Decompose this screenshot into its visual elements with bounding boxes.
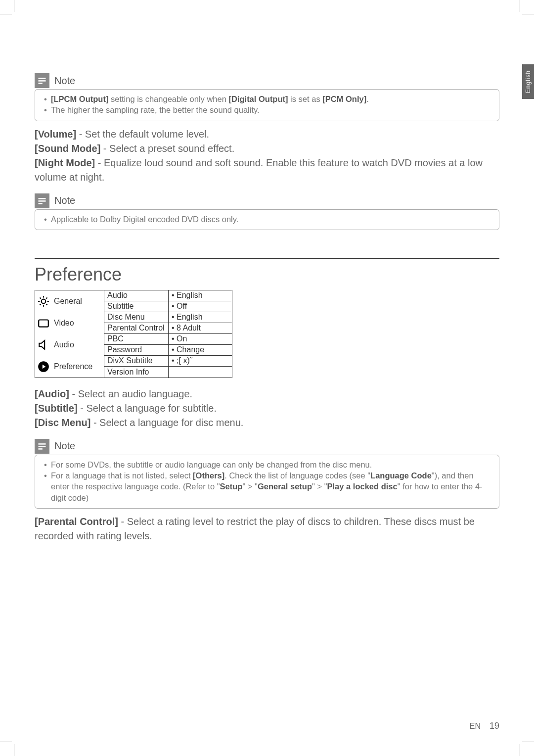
menu-row: DivX Subtitle ;[ x)˜ — [104, 356, 232, 367]
menu-key: Parental Control — [104, 323, 169, 333]
note-title: Note — [54, 440, 75, 452]
crop-mark — [14, 0, 14, 12]
menu-row: Subtitle Off — [104, 301, 232, 312]
svg-rect-10 — [39, 446, 46, 447]
crop-mark — [522, 742, 534, 742]
page-content: Note [LPCM Output] setting is changeable… — [35, 0, 499, 543]
svg-rect-5 — [39, 203, 43, 204]
page-footer: EN 19 — [470, 721, 499, 731]
note-item: Applicable to Dolby Digital encoded DVD … — [44, 214, 492, 225]
svg-rect-4 — [39, 200, 46, 202]
svg-rect-9 — [39, 443, 46, 445]
svg-rect-3 — [39, 198, 46, 199]
menu-key: Subtitle — [104, 301, 169, 312]
svg-rect-2 — [39, 83, 43, 84]
menu-row: Password Change — [104, 345, 232, 356]
menu-item-general: General — [35, 290, 104, 312]
footer-page-number: 19 — [490, 721, 499, 731]
note-item: For some DVDs, the subtitle or audio lan… — [44, 459, 492, 470]
crop-mark — [522, 14, 534, 14]
note-icon — [35, 439, 49, 454]
menu-item-label: Video — [54, 319, 74, 328]
section-title-preference: Preference — [35, 258, 499, 285]
menu-key: Audio — [104, 290, 169, 301]
menu-key: PBC — [104, 334, 169, 344]
note-item: For a language that is not listed, selec… — [44, 470, 492, 503]
gear-icon — [37, 295, 50, 308]
body-paragraph-parental: [Parental Control] - Select a rating lev… — [35, 515, 499, 543]
menu-key: DivX Subtitle — [104, 356, 169, 366]
note-block-2: Note Applicable to Dolby Digital encoded… — [35, 193, 499, 230]
note-title: Note — [54, 75, 75, 87]
menu-value: English — [169, 291, 232, 300]
menu-key: Password — [104, 345, 169, 355]
body-paragraph-audio: [Audio] - Select an audio language.[Subt… — [35, 387, 499, 430]
note-icon — [35, 73, 49, 88]
svg-rect-0 — [39, 78, 46, 79]
menu-value: 8 Adult — [169, 324, 232, 332]
menu-row: Audio English — [104, 290, 232, 301]
menu-left-column: General Video Audio Preference — [35, 290, 104, 378]
note-body: Applicable to Dolby Digital encoded DVD … — [35, 209, 499, 230]
note-header: Note — [35, 439, 499, 454]
crop-mark — [14, 744, 14, 756]
video-icon — [37, 317, 50, 330]
menu-item-label: Preference — [54, 362, 92, 371]
menu-right-column: Audio English Subtitle Off Disc Menu Eng… — [104, 290, 232, 378]
preference-menu: General Video Audio Preference — [35, 290, 232, 378]
note-block-1: Note [LPCM Output] setting is changeable… — [35, 73, 499, 121]
svg-rect-11 — [39, 448, 43, 450]
note-block-3: Note For some DVDs, the subtitle or audi… — [35, 439, 499, 509]
menu-item-label: Audio — [54, 340, 74, 349]
note-header: Note — [35, 73, 499, 88]
menu-value: On — [169, 334, 232, 343]
crop-mark — [0, 742, 12, 742]
menu-item-label: General — [54, 297, 82, 306]
menu-value: Off — [169, 302, 232, 311]
menu-row: Version Info — [104, 367, 232, 378]
menu-key: Version Info — [104, 367, 169, 378]
note-item: The higher the sampling rate, the better… — [44, 104, 492, 115]
svg-point-6 — [42, 299, 46, 303]
note-item: [LPCM Output] setting is changeable only… — [44, 94, 492, 104]
svg-rect-7 — [39, 320, 48, 327]
note-icon — [35, 193, 49, 208]
menu-row: PBC On — [104, 334, 232, 345]
menu-row: Disc Menu English — [104, 312, 232, 323]
language-side-tab: English — [522, 64, 534, 99]
language-side-tab-label: English — [525, 70, 532, 93]
menu-value: English — [169, 313, 232, 322]
svg-rect-1 — [39, 80, 46, 82]
menu-item-video: Video — [35, 312, 104, 334]
preference-icon — [37, 360, 50, 373]
body-paragraph-volume: [Volume] - Set the default volume level.… — [35, 127, 499, 185]
footer-lang: EN — [470, 722, 481, 731]
crop-mark — [520, 744, 520, 756]
crop-mark — [0, 14, 12, 14]
menu-value: ;[ x)˜ — [169, 356, 232, 365]
menu-key: Disc Menu — [104, 312, 169, 323]
menu-row: Parental Control 8 Adult — [104, 323, 232, 334]
note-header: Note — [35, 193, 499, 208]
crop-mark — [520, 0, 520, 12]
menu-item-preference: Preference — [35, 356, 104, 378]
note-body: [LPCM Output] setting is changeable only… — [35, 89, 499, 121]
menu-value: Change — [169, 345, 232, 354]
speaker-icon — [37, 338, 50, 351]
menu-item-audio: Audio — [35, 334, 104, 356]
note-body: For some DVDs, the subtitle or audio lan… — [35, 455, 499, 509]
note-title: Note — [54, 195, 75, 206]
